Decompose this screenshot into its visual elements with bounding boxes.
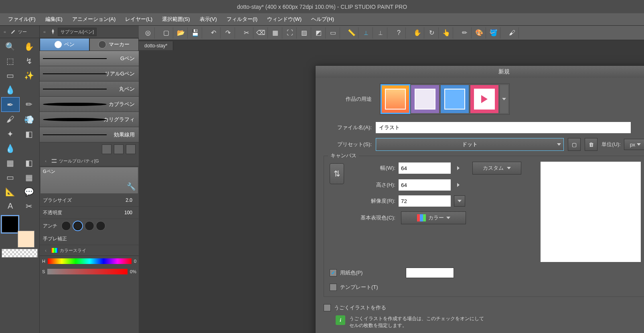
subtool-kabura-pen[interactable]: カブラペン [40, 97, 139, 112]
menu-file[interactable]: ファイル(F) [3, 14, 41, 25]
tool-operation[interactable]: ↯ [20, 54, 38, 68]
menu-layer[interactable]: レイヤー(L) [120, 14, 157, 25]
menu-window[interactable]: ウィンドウ(W) [262, 14, 306, 25]
menu-filter[interactable]: フィルター(I) [222, 14, 262, 25]
swap-dimensions-button[interactable]: ⇅ [330, 163, 344, 184]
new-subtool-icon[interactable] [114, 144, 124, 154]
cmd-rotate[interactable]: ↻ [425, 27, 439, 39]
resolution-dropdown[interactable] [454, 195, 465, 207]
wrench-icon[interactable]: 🔧 [127, 182, 136, 191]
cmd-save[interactable]: 💾 [188, 27, 202, 39]
collapse-icon[interactable]: ‹ [42, 157, 49, 164]
tool-pencil[interactable]: ✏ [20, 97, 38, 111]
collapse-icon[interactable]: « [41, 28, 48, 35]
tool-frame[interactable]: ▦ [20, 170, 38, 184]
cmd-smudge[interactable]: 👆 [439, 27, 453, 39]
cmd-invert[interactable]: ◩ [312, 27, 326, 39]
cmd-ruler[interactable]: 📏 [345, 27, 358, 39]
subtool-maru-pen[interactable]: 丸ペン [40, 81, 139, 97]
prop-stabilization[interactable]: 手ブレ補正 [40, 233, 139, 245]
tool-brush[interactable]: 🖌 [1, 112, 20, 126]
purpose-animation[interactable] [470, 85, 498, 113]
purpose-dropdown[interactable] [500, 85, 508, 113]
hue-bar[interactable] [48, 258, 132, 264]
dialog-title-bar[interactable]: 新規 ✕ [316, 66, 644, 78]
cmd-figure[interactable]: ✏ [458, 27, 472, 39]
tool-eyedropper[interactable]: 💧 [1, 83, 20, 97]
cmd-bucket[interactable]: 🪣 [487, 27, 500, 39]
cmd-help[interactable]: ? [392, 27, 406, 39]
tool-wand[interactable]: ✨ [20, 68, 38, 82]
tool-marquee[interactable]: ▭ [1, 68, 20, 82]
subtool-calligraphy[interactable]: カリグラフィ [40, 112, 139, 127]
template-checkbox[interactable] [330, 284, 337, 291]
subtool-g-pen[interactable]: Gペン [40, 51, 139, 66]
paper-color-checkbox[interactable]: ✓ [330, 269, 337, 276]
height-input[interactable] [399, 179, 451, 191]
size-preset-select[interactable]: カスタム [472, 162, 521, 175]
menu-animation[interactable]: アニメーション(A) [67, 14, 120, 25]
preset-save-icon[interactable]: ▢ [568, 138, 581, 151]
menu-view[interactable]: 表示(V) [195, 14, 222, 25]
tool-eraser[interactable]: ◧ [20, 127, 38, 141]
tool-text[interactable]: A [1, 199, 20, 213]
cmd-grab[interactable]: ✋ [411, 27, 424, 39]
subtool-tab-marker[interactable]: マーカー [89, 38, 139, 51]
tool-decoration[interactable]: ✦ [1, 127, 20, 141]
saturation-slider[interactable]: S 0% [40, 266, 139, 277]
colormode-select[interactable]: カラー [401, 211, 466, 224]
width-input[interactable] [399, 162, 451, 174]
unit-select[interactable]: px [624, 139, 644, 150]
purpose-comic[interactable] [411, 85, 439, 113]
movable-illust-checkbox[interactable] [324, 304, 331, 311]
cmd-crop[interactable]: ⛶ [283, 27, 297, 39]
cmd-snap-special[interactable]: ⟂ [374, 27, 387, 39]
transparent-color[interactable] [2, 249, 38, 258]
background-color[interactable] [18, 231, 34, 248]
tool-fill[interactable]: ▦ [1, 156, 20, 170]
sat-bar[interactable] [47, 269, 128, 274]
menu-help[interactable]: ヘルプ(H) [306, 14, 339, 25]
prop-opacity[interactable]: 不透明度100 [40, 207, 139, 219]
cmd-undo[interactable]: ↶ [207, 27, 221, 39]
tool-blend[interactable]: 💧 [1, 141, 20, 155]
tool-airbrush[interactable]: 💨 [20, 112, 38, 126]
purpose-all-comic[interactable] [441, 85, 469, 113]
subtool-real-g-pen[interactable]: リアルGペン [40, 66, 139, 81]
preset-select[interactable]: ドット [376, 138, 564, 151]
clipboard-icon[interactable] [102, 144, 111, 154]
subtool-effect-line[interactable]: 効果線用 [40, 127, 139, 142]
menu-selection[interactable]: 選択範囲(S) [157, 14, 194, 25]
document-tab[interactable]: dotto-stay* [139, 41, 173, 50]
foreground-color[interactable] [2, 216, 18, 233]
tool-move[interactable]: ⬚ [1, 54, 20, 68]
cmd-select-all[interactable]: ▦ [269, 27, 282, 39]
tool-zoom[interactable]: 🔍 [1, 39, 20, 53]
aa-option-3[interactable] [85, 221, 94, 231]
tool-ruler[interactable]: 📐 [1, 185, 20, 199]
collapse-icon[interactable]: ‹ [42, 247, 49, 254]
height-arrow[interactable] [454, 181, 463, 189]
cmd-border[interactable]: ▭ [326, 27, 340, 39]
purpose-illustration[interactable] [381, 85, 409, 113]
tool-figure[interactable]: ▭ [1, 170, 20, 184]
tool-pen[interactable]: ✒ [1, 97, 20, 112]
width-arrow[interactable] [454, 164, 463, 173]
preset-delete-icon[interactable]: 🗑 [585, 138, 597, 151]
cmd-delete[interactable]: ⌫ [254, 27, 268, 39]
prop-brush-size[interactable]: ブラシサイズ2.0 [40, 194, 139, 207]
cmd-open[interactable]: 📂 [174, 27, 188, 39]
aa-option-1[interactable] [61, 221, 71, 231]
cmd-brush2[interactable]: 🖌 [505, 27, 519, 39]
cmd-cut[interactable]: ✂ [240, 27, 253, 39]
cmd-redo[interactable]: ↷ [221, 27, 235, 39]
tool-balloon[interactable]: 💬 [20, 185, 38, 199]
subtool-tab-pen[interactable]: ペン [40, 38, 89, 51]
paper-color-swatch[interactable] [406, 268, 454, 278]
tool-hand[interactable]: ✋ [20, 39, 38, 53]
filename-input[interactable] [376, 122, 631, 133]
cmd-color[interactable]: 🎨 [472, 27, 486, 39]
tool-gradient[interactable]: ◧ [20, 156, 38, 170]
cmd-new[interactable]: ▢ [160, 27, 173, 39]
resolution-input[interactable] [399, 195, 451, 207]
